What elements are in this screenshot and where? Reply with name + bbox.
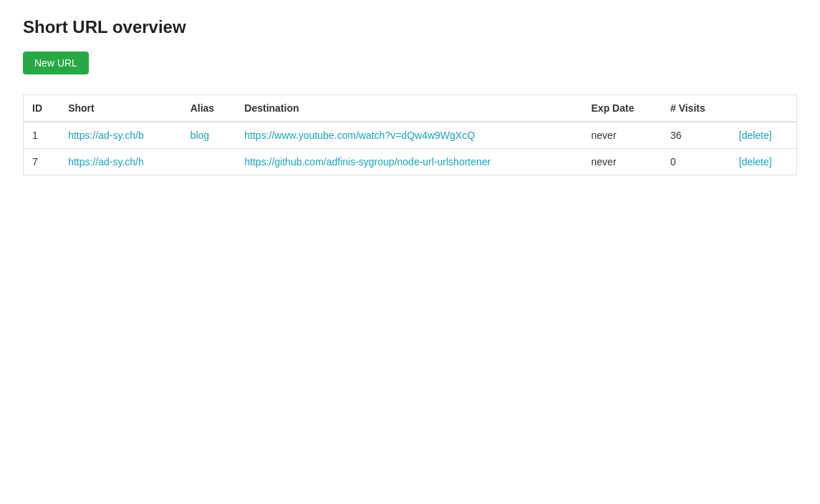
col-header-id: ID [24, 95, 60, 122]
cell-alias: blog [182, 122, 236, 149]
new-url-button[interactable]: New URL [23, 52, 89, 74]
cell-visits: 36 [662, 122, 730, 149]
cell-short: https://ad-sy.ch/h [59, 149, 182, 175]
cell-destination: https://www.youtube.com/watch?v=dQw4w9Wg… [236, 122, 582, 149]
table-row: 7https://ad-sy.ch/hhttps://github.com/ad… [24, 149, 797, 175]
col-header-alias: Alias [182, 95, 236, 122]
table-row: 1https://ad-sy.ch/bbloghttps://www.youtu… [24, 122, 797, 149]
table-header-row: ID Short Alias Destination Exp Date # Vi… [24, 95, 797, 122]
col-header-destination: Destination [236, 95, 582, 122]
col-header-short: Short [59, 95, 182, 122]
col-header-actions [730, 95, 797, 122]
cell-alias [182, 149, 236, 175]
cell-short: https://ad-sy.ch/b [59, 122, 182, 149]
cell-visits: 0 [662, 149, 730, 175]
alias-link[interactable]: blog [190, 130, 209, 141]
cell-exp-date: never [583, 122, 662, 149]
col-header-exp-date: Exp Date [583, 95, 662, 122]
page-title: Short URL overview [23, 17, 797, 37]
col-header-visits: # Visits [662, 95, 730, 122]
cell-actions: [delete] [730, 122, 797, 149]
short-url-link[interactable]: https://ad-sy.ch/h [68, 156, 144, 168]
cell-exp-date: never [583, 149, 662, 175]
table-body: 1https://ad-sy.ch/bbloghttps://www.youtu… [24, 122, 797, 175]
cell-id: 7 [24, 149, 60, 175]
cell-actions: [delete] [730, 149, 797, 175]
delete-button[interactable]: [delete] [739, 130, 772, 141]
short-url-link[interactable]: https://ad-sy.ch/b [68, 130, 144, 141]
urls-table: ID Short Alias Destination Exp Date # Vi… [23, 94, 797, 175]
destination-link[interactable]: https://www.youtube.com/watch?v=dQw4w9Wg… [244, 130, 475, 141]
cell-id: 1 [24, 122, 60, 149]
destination-link[interactable]: https://github.com/adfinis-sygroup/node-… [244, 156, 491, 168]
cell-destination: https://github.com/adfinis-sygroup/node-… [236, 149, 582, 175]
delete-button[interactable]: [delete] [739, 156, 772, 168]
